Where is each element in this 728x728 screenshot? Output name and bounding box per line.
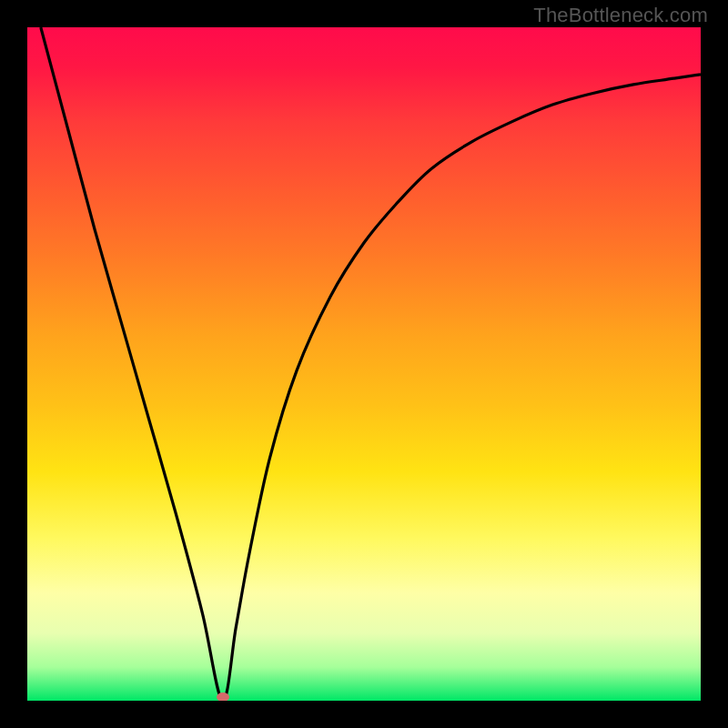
- bottleneck-curve: [27, 27, 701, 701]
- plot-area: [27, 27, 701, 701]
- optimal-point-marker: [217, 693, 229, 701]
- chart-frame: TheBottleneck.com: [0, 0, 728, 728]
- watermark-label: TheBottleneck.com: [533, 4, 708, 27]
